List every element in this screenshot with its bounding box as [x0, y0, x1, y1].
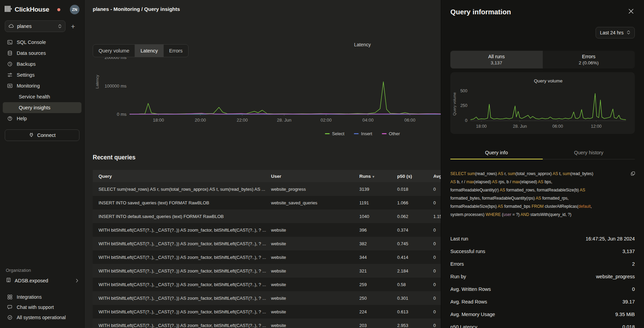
code-line: SELECT sum(read_rows) AS r, sum(total_ro… — [450, 170, 635, 178]
legend-swatch — [382, 133, 387, 134]
brand-name: ClickHouse — [15, 6, 49, 13]
tab-query-info[interactable]: Query info — [450, 147, 543, 159]
all-runs-tab[interactable]: All runs 3,137 — [450, 51, 543, 68]
tab-query-volume[interactable]: Query volume — [93, 45, 135, 57]
panel-header: Query information — [450, 0, 635, 16]
detail-label: Avg. Memory Usage — [450, 312, 495, 317]
runs-cell: 250 — [359, 296, 397, 301]
legend-item[interactable]: Other — [382, 131, 400, 136]
errors-value: 2 (0.06%) — [579, 60, 599, 65]
add-service-button[interactable]: + — [70, 22, 76, 31]
sidebar: ClickHouse ZN planes + SQL Console Data … — [0, 0, 84, 328]
query-cell: WITH bitShiftLeft(CAST(?..), _CAST(?..))… — [99, 323, 271, 328]
panel-tabs: Query info Query history — [450, 147, 635, 159]
code-line: formatReadableSize(bps) AS formatted_bps… — [450, 202, 635, 210]
sidebar-item-label: Service health — [19, 94, 50, 99]
sidebar-item-backups[interactable]: Backups — [3, 59, 81, 69]
sidebar-item-sql-console[interactable]: SQL Console — [3, 37, 81, 48]
detail-row: Errors2 — [450, 257, 635, 270]
column-header-user[interactable]: User — [271, 174, 359, 179]
chevron-right-icon — [76, 279, 78, 283]
all-runs-value: 3,137 — [491, 60, 502, 65]
detail-row: p50 Latency0.018 — [450, 321, 635, 328]
svg-text:28. Jun: 28. Jun — [513, 124, 527, 129]
sidebar-item-service-health[interactable]: Service health — [3, 91, 81, 102]
sql-code-lines: SELECT sum(read_rows) AS r, sum(total_ro… — [450, 170, 635, 219]
connect-button[interactable]: Connect — [5, 129, 79, 141]
detail-label: Last run — [450, 236, 468, 241]
svg-text:250: 250 — [460, 103, 467, 108]
column-header-query[interactable]: Query — [99, 174, 271, 179]
all-runs-label: All runs — [488, 54, 505, 59]
runs-cell: 382 — [359, 241, 397, 246]
user-cell: website — [271, 268, 359, 274]
sidebar-item-integrations[interactable]: Integrations — [3, 292, 81, 302]
runs-errors-toggle: All runs 3,137 Errors 2 (0.06%) — [450, 51, 635, 68]
legend-item[interactable]: Select — [325, 131, 344, 136]
sidebar-item-label: SQL Console — [17, 40, 46, 45]
tab-errors[interactable]: Errors — [164, 45, 188, 57]
sidebar-item-chat-support[interactable]: Chat with support — [3, 302, 81, 312]
service-selector[interactable]: planes — [5, 20, 65, 32]
p50-cell: 1.066 — [397, 200, 433, 205]
runs-cell: 344 — [359, 255, 397, 260]
column-header-runs[interactable]: Runs▾ — [359, 174, 397, 179]
sidebar-item-data-sources[interactable]: Data sources — [3, 48, 81, 59]
legend-label: Other — [389, 131, 400, 136]
organization-selector[interactable]: ADSB.exposed — [0, 276, 84, 290]
copy-button[interactable] — [630, 170, 636, 178]
sidebar-item-help[interactable]: Help — [3, 113, 81, 124]
user-cell: website — [271, 309, 359, 314]
detail-label: Avg. Written Rows — [450, 286, 491, 292]
query-cell: WITH bitShiftLeft(CAST(?..), _CAST(?..))… — [99, 255, 271, 260]
svg-text:22:00: 22:00 — [237, 118, 248, 123]
status-check-icon — [7, 315, 13, 320]
user-cell: website_progress — [271, 187, 359, 192]
detail-value: website_progress — [596, 274, 635, 279]
tab-latency[interactable]: Latency — [135, 45, 164, 57]
svg-text:Query volume: Query volume — [452, 92, 456, 115]
p50-cell: 0.374 — [397, 228, 433, 233]
sidebar-item-query-insights[interactable]: Query insights — [3, 102, 81, 113]
cloud-icon — [9, 23, 14, 30]
sidebar-item-settings[interactable]: Settings — [3, 69, 81, 80]
svg-text:100000 ms: 100000 ms — [105, 83, 127, 89]
p50-cell: 2.953 — [397, 323, 433, 328]
integrations-icon — [7, 294, 13, 300]
code-line: formatted_bytes, formatReadableQuantity(… — [450, 194, 635, 202]
close-icon — [629, 9, 633, 15]
detail-value: 39.17 — [623, 299, 635, 304]
sidebar-item-label: Monitoring — [17, 83, 40, 89]
tab-query-history[interactable]: Query history — [543, 147, 635, 159]
svg-text:04:00: 04:00 — [362, 118, 374, 123]
user-cell: website — [271, 241, 359, 246]
sort-desc-icon: ▾ — [373, 175, 374, 178]
detail-value: 0 — [632, 286, 635, 292]
building-icon — [6, 277, 11, 284]
sidebar-item-monitoring[interactable]: Monitoring — [3, 80, 81, 91]
runs-cell: 1191 — [359, 200, 397, 205]
chart-tabs: Query volume Latency Errors — [93, 44, 189, 57]
close-button[interactable] — [627, 7, 635, 16]
p50-cell: 0.414 — [397, 255, 433, 260]
clock-icon — [7, 61, 13, 67]
p50-cell: 0.018 — [397, 187, 433, 192]
column-header-p50[interactable]: p50 (s) — [397, 174, 433, 179]
chevron-updown-icon — [627, 30, 630, 35]
avatar[interactable]: ZN — [70, 5, 79, 14]
svg-text:18:00: 18:00 — [153, 118, 164, 123]
clickhouse-logo-icon — [5, 6, 12, 13]
organization-label: Organization — [0, 268, 84, 276]
query-cell: WITH bitShiftLeft(CAST(?..), _CAST(?..))… — [99, 309, 271, 314]
sidebar-item-label: Backups — [17, 61, 36, 67]
legend-item[interactable]: Insert — [354, 131, 372, 136]
recent-queries-title: Recent queries — [93, 154, 135, 161]
errors-tab[interactable]: Errors 2 (0.06%) — [543, 51, 635, 68]
legend-label: Select — [332, 131, 344, 136]
runs-cell: 1040 — [359, 214, 397, 219]
service-row: planes + — [0, 18, 84, 35]
sidebar-item-system-status[interactable]: All systems operational — [3, 312, 81, 323]
query-cell: INSERT INTO default.saved_queries (text)… — [99, 214, 271, 219]
runs-cell: 259 — [359, 282, 397, 287]
time-range-selector[interactable]: Last 24 hrs — [596, 27, 635, 38]
